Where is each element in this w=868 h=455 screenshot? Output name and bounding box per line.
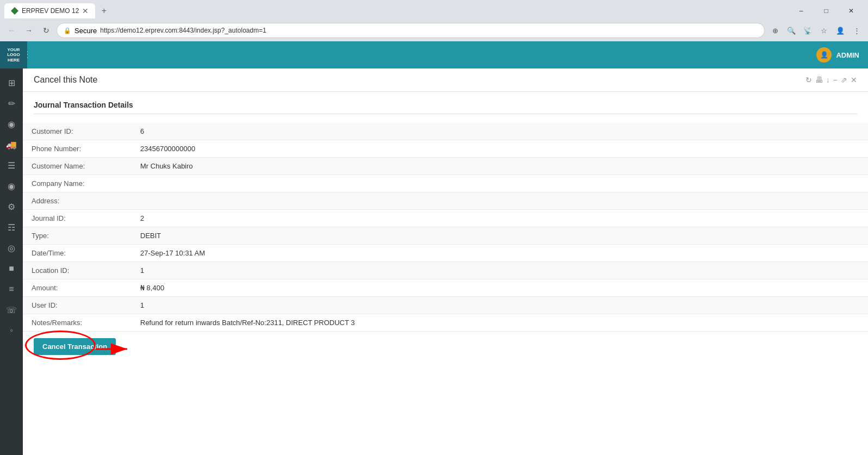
detail-value: 23456700000000 [132,140,868,158]
detail-label: Address: [23,192,132,210]
table-row: Location ID:1 [23,262,868,279]
detail-label: User ID: [23,297,132,314]
expand-icon[interactable]: ⇗ [841,76,847,84]
detail-value: 1 [132,262,868,279]
app-logo: YOUR LOGO HERE [0,41,27,68]
detail-value [132,192,868,210]
detail-label: Location ID: [23,262,132,279]
page-title: Cancel this Note [34,75,97,85]
tab-close-button[interactable]: ✕ [82,7,89,15]
reload-button[interactable]: ↻ [39,23,53,38]
sidebar-icon-truck[interactable]: 🚚 [2,135,21,154]
annotation-container: Cancel Transaction [34,338,116,355]
detail-value: 6 [132,123,868,140]
detail-value [132,175,868,192]
minimize-icon[interactable]: − [833,76,838,84]
content-header: Cancel this Note ↻ 🖶 ↓ − ⇗ ✕ [23,68,868,92]
journal-section: Journal Transaction Details [23,92,868,123]
table-row: Customer Name:Mr Chuks Kabiro [23,158,868,175]
bookmark-button[interactable]: ☆ [817,23,831,38]
table-row: Phone Number:23456700000000 [23,140,868,158]
menu-button[interactable]: ⋮ [850,23,864,38]
header-actions: ↻ 🖶 ↓ − ⇗ ✕ [805,76,857,84]
detail-table: Customer ID:6Phone Number:23456700000000… [23,123,868,332]
app-topbar: YOUR LOGO HERE ☰ 👤 ADMIN [0,41,868,68]
sidebar-icon-dashboard[interactable]: ⊞ [2,73,21,92]
app-body: ⊞ ✏ ◉ 🚚 ☰ ◉ ⚙ ☶ ◎ ■ ≡ ☏ ◦ Cancel this No… [0,68,868,455]
back-button[interactable]: ← [4,23,18,38]
detail-label: Type: [23,227,132,245]
close-button[interactable]: ✕ [839,2,864,20]
minimize-button[interactable]: – [789,2,814,20]
table-row: User ID:1 [23,297,868,314]
extension-button[interactable]: 👤 [833,23,847,38]
table-row: Date/Time:27-Sep-17 10:31 AM [23,245,868,262]
sidebar-icon-desktop[interactable]: ■ [2,259,21,278]
sidebar-icon-edit[interactable]: ✏ [2,94,21,113]
browser-tab[interactable]: ERPREV DEMO 12 ✕ [4,3,95,18]
sidebar-icon-shield[interactable]: ◉ [2,176,21,196]
table-row: Amount:₦ 8,400 [23,279,868,297]
table-row: Company Name: [23,175,868,192]
detail-label: Journal ID: [23,210,132,227]
detail-label: Amount: [23,279,132,297]
sidebar-icon-phone[interactable]: ☏ [2,300,21,320]
topbar-right: 👤 ADMIN [816,47,859,63]
detail-value: Mr Chuks Kabiro [132,158,868,175]
refresh-icon[interactable]: ↻ [805,76,812,84]
table-row: Journal ID:2 [23,210,868,227]
address-bar[interactable]: 🔒 Secure https://demo12.erprev.com:8443/… [57,23,765,38]
sidebar-icon-monitor[interactable]: ◉ [2,114,21,134]
print-icon[interactable]: 🖶 [815,76,823,84]
close-panel-icon[interactable]: ✕ [851,76,857,84]
sidebar-icon-cart[interactable]: ☶ [2,217,21,237]
cast-button[interactable]: 📡 [801,23,815,38]
secure-label: Secure [74,27,97,35]
sidebar-icon-circle[interactable]: ◎ [2,238,21,258]
cancel-transaction-button[interactable]: Cancel Transaction [34,338,116,355]
detail-value: DEBIT [132,227,868,245]
detail-label: Date/Time: [23,245,132,262]
admin-avatar: 👤 [816,47,832,63]
detail-label: Company Name: [23,175,132,192]
maximize-button[interactable]: □ [814,2,839,20]
detail-value: 2 [132,210,868,227]
detail-label: Customer ID: [23,123,132,140]
table-row: Address: [23,192,868,210]
tab-favicon [11,7,18,15]
address-text: https://demo12.erprev.com:8443/index.jsp… [100,27,758,34]
sidebar-icon-settings[interactable]: ⚙ [2,197,21,216]
detail-value: 27-Sep-17 10:31 AM [132,245,868,262]
action-area: Cancel Transaction [23,332,868,361]
admin-label: ADMIN [836,51,859,59]
sidebar-icon-list[interactable]: ☰ [2,155,21,175]
tab-title: ERPREV DEMO 12 [22,7,79,15]
main-content: Cancel this Note ↻ 🖶 ↓ − ⇗ ✕ Journal Tra… [23,68,868,455]
table-row: Notes/Remarks:Refund for return inwards … [23,314,868,332]
detail-label: Notes/Remarks: [23,314,132,332]
new-tab-button[interactable]: + [97,4,110,17]
sidebar-icon-layers[interactable]: ≡ [2,279,21,299]
detail-value: ₦ 8,400 [132,279,868,297]
download-icon[interactable]: ↓ [826,76,830,84]
table-row: Customer ID:6 [23,123,868,140]
detail-label: Phone Number: [23,140,132,158]
detail-value: Refund for return inwards Batch/Ref-No:2… [132,314,868,332]
forward-button[interactable]: → [22,23,36,38]
section-title: Journal Transaction Details [34,101,857,109]
table-row: Type:DEBIT [23,227,868,245]
secure-icon: 🔒 [64,27,71,34]
location-button[interactable]: ⊕ [768,23,782,38]
sidebar: ⊞ ✏ ◉ 🚚 ☰ ◉ ⚙ ☶ ◎ ■ ≡ ☏ ◦ [0,68,23,455]
zoom-button[interactable]: 🔍 [784,23,798,38]
sidebar-icon-globe[interactable]: ◦ [2,321,21,340]
detail-value: 1 [132,297,868,314]
detail-label: Customer Name: [23,158,132,175]
